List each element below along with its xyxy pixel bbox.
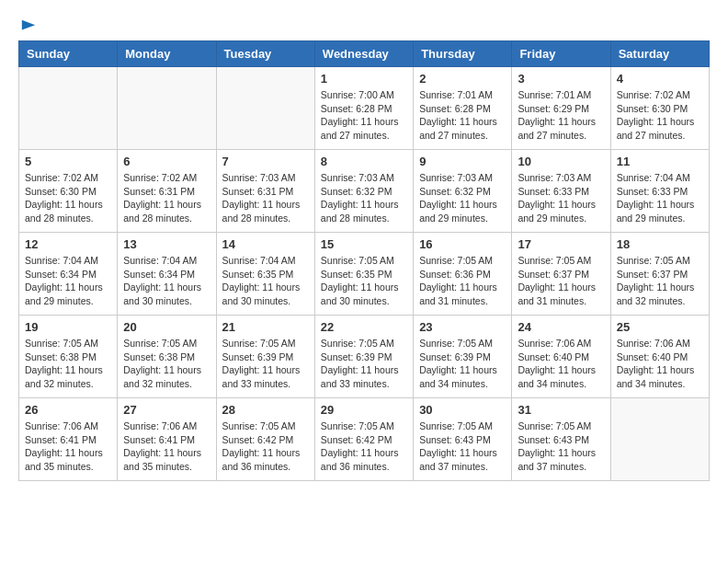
day-info: Sunrise: 7:06 AM Sunset: 6:40 PM Dayligh…	[617, 337, 703, 391]
calendar-cell: 17Sunrise: 7:05 AM Sunset: 6:37 PM Dayli…	[512, 233, 610, 316]
calendar-header-sunday: Sunday	[19, 41, 118, 67]
day-number: 11	[617, 155, 703, 168]
day-number: 4	[617, 72, 703, 86]
calendar-cell: 4Sunrise: 7:02 AM Sunset: 6:30 PM Daylig…	[610, 67, 709, 150]
calendar-cell: 10Sunrise: 7:03 AM Sunset: 6:33 PM Dayli…	[512, 150, 610, 233]
calendar-cell: 18Sunrise: 7:05 AM Sunset: 6:37 PM Dayli…	[610, 233, 709, 316]
day-number: 18	[617, 237, 703, 251]
calendar-cell: 27Sunrise: 7:06 AM Sunset: 6:41 PM Dayli…	[118, 398, 216, 481]
calendar-cell: 28Sunrise: 7:05 AM Sunset: 6:42 PM Dayli…	[216, 398, 314, 481]
day-number: 6	[123, 155, 210, 168]
calendar-cell	[19, 67, 118, 150]
calendar-cell: 15Sunrise: 7:05 AM Sunset: 6:35 PM Dayli…	[314, 233, 413, 316]
day-info: Sunrise: 7:05 AM Sunset: 6:43 PM Dayligh…	[419, 419, 506, 474]
day-number: 5	[25, 155, 111, 168]
header	[18, 18, 710, 31]
day-number: 22	[321, 320, 407, 334]
logo	[18, 18, 37, 31]
calendar-cell: 16Sunrise: 7:05 AM Sunset: 6:36 PM Dayli…	[414, 233, 512, 316]
logo-flag-icon	[20, 18, 37, 35]
day-info: Sunrise: 7:05 AM Sunset: 6:36 PM Dayligh…	[419, 254, 506, 308]
day-number: 25	[617, 320, 703, 334]
day-number: 19	[25, 320, 111, 334]
calendar-cell: 9Sunrise: 7:03 AM Sunset: 6:32 PM Daylig…	[414, 150, 512, 233]
calendar-cell	[216, 67, 314, 150]
day-number: 29	[321, 403, 407, 417]
calendar-header-friday: Friday	[512, 41, 610, 67]
calendar-cell: 22Sunrise: 7:05 AM Sunset: 6:39 PM Dayli…	[314, 316, 413, 398]
day-info: Sunrise: 7:02 AM Sunset: 6:30 PM Dayligh…	[25, 171, 111, 225]
calendar-header-wednesday: Wednesday	[314, 41, 413, 67]
day-info: Sunrise: 7:02 AM Sunset: 6:31 PM Dayligh…	[123, 171, 210, 225]
calendar-cell: 2Sunrise: 7:01 AM Sunset: 6:28 PM Daylig…	[414, 67, 512, 150]
calendar-cell: 20Sunrise: 7:05 AM Sunset: 6:38 PM Dayli…	[118, 316, 216, 398]
calendar-cell: 8Sunrise: 7:03 AM Sunset: 6:32 PM Daylig…	[314, 150, 413, 233]
day-number: 24	[518, 320, 604, 334]
day-info: Sunrise: 7:06 AM Sunset: 6:40 PM Dayligh…	[518, 337, 604, 391]
calendar-week-row-5: 26Sunrise: 7:06 AM Sunset: 6:41 PM Dayli…	[19, 398, 710, 481]
day-number: 30	[419, 403, 506, 417]
calendar-week-row-2: 5Sunrise: 7:02 AM Sunset: 6:30 PM Daylig…	[19, 150, 710, 233]
calendar-cell: 11Sunrise: 7:04 AM Sunset: 6:33 PM Dayli…	[610, 150, 709, 233]
day-number: 8	[321, 155, 407, 168]
day-info: Sunrise: 7:04 AM Sunset: 6:34 PM Dayligh…	[123, 254, 210, 308]
day-info: Sunrise: 7:04 AM Sunset: 6:35 PM Dayligh…	[222, 254, 309, 308]
day-number: 31	[518, 403, 604, 417]
day-number: 17	[518, 237, 604, 251]
day-number: 26	[25, 403, 111, 417]
day-info: Sunrise: 7:06 AM Sunset: 6:41 PM Dayligh…	[25, 419, 111, 474]
svg-marker-0	[22, 20, 35, 30]
day-number: 14	[222, 237, 309, 251]
day-info: Sunrise: 7:05 AM Sunset: 6:43 PM Dayligh…	[518, 419, 604, 474]
day-number: 16	[419, 237, 506, 251]
calendar-week-row-3: 12Sunrise: 7:04 AM Sunset: 6:34 PM Dayli…	[19, 233, 710, 316]
day-info: Sunrise: 7:05 AM Sunset: 6:37 PM Dayligh…	[518, 254, 604, 308]
calendar-cell: 12Sunrise: 7:04 AM Sunset: 6:34 PM Dayli…	[19, 233, 118, 316]
day-number: 7	[222, 155, 309, 168]
calendar-cell: 31Sunrise: 7:05 AM Sunset: 6:43 PM Dayli…	[512, 398, 610, 481]
day-number: 15	[321, 237, 407, 251]
day-info: Sunrise: 7:01 AM Sunset: 6:28 PM Dayligh…	[419, 88, 506, 143]
calendar-cell: 21Sunrise: 7:05 AM Sunset: 6:39 PM Dayli…	[216, 316, 314, 398]
day-number: 21	[222, 320, 309, 334]
calendar-week-row-4: 19Sunrise: 7:05 AM Sunset: 6:38 PM Dayli…	[19, 316, 710, 398]
day-info: Sunrise: 7:01 AM Sunset: 6:29 PM Dayligh…	[518, 88, 604, 143]
calendar-table: SundayMondayTuesdayWednesdayThursdayFrid…	[18, 40, 710, 481]
day-number: 12	[25, 237, 111, 251]
day-info: Sunrise: 7:05 AM Sunset: 6:42 PM Dayligh…	[321, 419, 407, 474]
calendar-cell: 7Sunrise: 7:03 AM Sunset: 6:31 PM Daylig…	[216, 150, 314, 233]
day-info: Sunrise: 7:05 AM Sunset: 6:39 PM Dayligh…	[419, 337, 506, 391]
calendar-header-tuesday: Tuesday	[216, 41, 314, 67]
calendar-cell: 25Sunrise: 7:06 AM Sunset: 6:40 PM Dayli…	[610, 316, 709, 398]
calendar-cell: 13Sunrise: 7:04 AM Sunset: 6:34 PM Dayli…	[118, 233, 216, 316]
day-info: Sunrise: 7:05 AM Sunset: 6:38 PM Dayligh…	[25, 337, 111, 391]
day-number: 9	[419, 155, 506, 168]
calendar-cell: 29Sunrise: 7:05 AM Sunset: 6:42 PM Dayli…	[314, 398, 413, 481]
calendar-cell: 3Sunrise: 7:01 AM Sunset: 6:29 PM Daylig…	[512, 67, 610, 150]
day-info: Sunrise: 7:05 AM Sunset: 6:38 PM Dayligh…	[123, 337, 210, 391]
day-number: 2	[419, 72, 506, 86]
day-info: Sunrise: 7:03 AM Sunset: 6:32 PM Dayligh…	[419, 171, 506, 225]
calendar-cell: 23Sunrise: 7:05 AM Sunset: 6:39 PM Dayli…	[414, 316, 512, 398]
calendar-cell: 24Sunrise: 7:06 AM Sunset: 6:40 PM Dayli…	[512, 316, 610, 398]
calendar-cell: 30Sunrise: 7:05 AM Sunset: 6:43 PM Dayli…	[414, 398, 512, 481]
day-number: 10	[518, 155, 604, 168]
day-number: 3	[518, 72, 604, 86]
day-info: Sunrise: 7:03 AM Sunset: 6:31 PM Dayligh…	[222, 171, 309, 225]
calendar-header-thursday: Thursday	[414, 41, 512, 67]
day-info: Sunrise: 7:03 AM Sunset: 6:33 PM Dayligh…	[518, 171, 604, 225]
calendar-header-row: SundayMondayTuesdayWednesdayThursdayFrid…	[19, 41, 710, 67]
calendar-header-monday: Monday	[118, 41, 216, 67]
day-info: Sunrise: 7:05 AM Sunset: 6:42 PM Dayligh…	[222, 419, 309, 474]
calendar-header-saturday: Saturday	[610, 41, 709, 67]
day-number: 20	[123, 320, 210, 334]
calendar-cell: 6Sunrise: 7:02 AM Sunset: 6:31 PM Daylig…	[118, 150, 216, 233]
calendar-cell	[610, 398, 709, 481]
day-number: 27	[123, 403, 210, 417]
calendar-cell: 26Sunrise: 7:06 AM Sunset: 6:41 PM Dayli…	[19, 398, 118, 481]
day-info: Sunrise: 7:05 AM Sunset: 6:39 PM Dayligh…	[321, 337, 407, 391]
day-info: Sunrise: 7:02 AM Sunset: 6:30 PM Dayligh…	[617, 88, 703, 143]
calendar-cell: 19Sunrise: 7:05 AM Sunset: 6:38 PM Dayli…	[19, 316, 118, 398]
calendar-cell: 5Sunrise: 7:02 AM Sunset: 6:30 PM Daylig…	[19, 150, 118, 233]
calendar-cell	[118, 67, 216, 150]
